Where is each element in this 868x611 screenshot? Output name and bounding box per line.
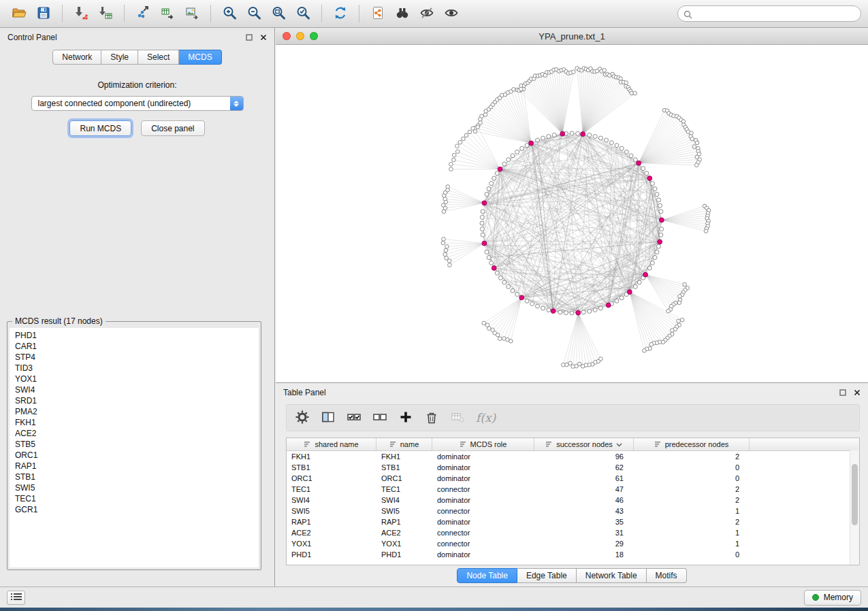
status-bar: Memory — [0, 587, 868, 608]
maximize-window-icon[interactable] — [310, 32, 318, 40]
mcds-result-item[interactable]: SWI5 — [15, 482, 259, 493]
scrollbar-thumb[interactable] — [852, 464, 858, 525]
import-network-button[interactable] — [69, 3, 93, 24]
memory-status-icon — [812, 594, 819, 601]
close-panel-icon[interactable] — [260, 34, 267, 41]
mcds-result-item[interactable]: ORC1 — [15, 450, 259, 461]
float-panel-icon[interactable] — [246, 34, 253, 41]
memory-label: Memory — [824, 593, 853, 602]
cytoscape-app: Control Panel NetworkStyleSelectMCDS Opt… — [0, 0, 868, 611]
network-canvas[interactable] — [276, 45, 868, 382]
tab-network[interactable]: Network — [52, 50, 101, 65]
settings-gear-button[interactable] — [291, 407, 314, 429]
toggle-columns-button[interactable] — [317, 407, 340, 429]
cell-name: ORC1 — [376, 474, 432, 482]
table-row[interactable]: SWI4SWI4dominator462 — [287, 495, 859, 506]
import-table-button[interactable] — [93, 3, 118, 24]
search-box — [677, 5, 861, 22]
tab-edge-table[interactable]: Edge Table — [517, 568, 577, 583]
zoom-out-button[interactable] — [242, 3, 266, 24]
mcds-result-item[interactable]: STP4 — [15, 352, 259, 363]
column-header-shared-name[interactable]: shared name — [287, 438, 376, 450]
tab-select[interactable]: Select — [138, 50, 179, 65]
mcds-result-item[interactable]: TID3 — [15, 363, 259, 374]
mcds-result-item[interactable]: STB1 — [15, 472, 259, 482]
status-list-button[interactable] — [7, 591, 25, 605]
mcds-result-item[interactable]: PMA2 — [15, 406, 259, 417]
eye-slash-button[interactable] — [415, 3, 439, 24]
table-row[interactable]: PHD1PHD1dominator180 — [287, 549, 859, 560]
eye-button[interactable] — [439, 3, 464, 24]
tab-node-table[interactable]: Node Table — [457, 568, 517, 583]
mcds-result-item[interactable]: STB5 — [15, 439, 259, 450]
refresh-network-button[interactable] — [328, 3, 353, 24]
minimize-window-icon[interactable] — [296, 32, 304, 40]
add-row-button[interactable] — [394, 407, 417, 429]
cell-successor-nodes: 47 — [534, 485, 634, 493]
mcds-result-item[interactable]: RAP1 — [15, 461, 259, 472]
zoom-out-icon — [246, 5, 261, 22]
column-label: name — [400, 440, 419, 448]
search-input[interactable] — [677, 5, 861, 22]
control-panel-header: Control Panel — [0, 28, 274, 46]
table-panel: Table Panel f(x) shared namenameMCDS rol… — [276, 382, 868, 587]
table-scrollbar[interactable] — [850, 450, 859, 565]
table-row[interactable]: FKH1FKH1dominator962 — [287, 451, 859, 462]
tab-network-table[interactable]: Network Table — [577, 568, 647, 583]
chevron-down-icon[interactable] — [616, 440, 622, 448]
sort-icon — [304, 440, 311, 449]
mcds-result-item[interactable]: GCR1 — [15, 504, 259, 515]
export-image-button[interactable] — [180, 3, 204, 24]
check-all-button[interactable] — [342, 407, 366, 429]
mcds-result-item[interactable]: SWI4 — [15, 384, 259, 395]
tab-motifs[interactable]: Motifs — [647, 568, 687, 583]
column-header-mcds-role[interactable]: MCDS role — [432, 438, 534, 450]
zoom-selected-button[interactable] — [291, 3, 315, 24]
function-builder-icon[interactable]: f(x) — [476, 411, 496, 425]
column-header-name[interactable]: name — [376, 438, 432, 450]
tab-style[interactable]: Style — [101, 50, 138, 65]
cell-successor-nodes: 46 — [534, 496, 634, 504]
export-table-button[interactable] — [155, 3, 180, 24]
memory-button[interactable]: Memory — [804, 590, 861, 606]
mcds-result-item[interactable]: ACE2 — [15, 428, 259, 439]
run-mcds-button[interactable]: Run MCDS — [69, 120, 131, 136]
cell-successor-nodes: 61 — [534, 474, 634, 482]
close-table-panel-icon[interactable] — [854, 389, 861, 396]
mcds-result-item[interactable]: FKH1 — [15, 417, 259, 428]
criterion-select[interactable]: largest connected component (undirected) — [31, 96, 244, 111]
table-row[interactable]: YOX1YOX1connector291 — [287, 538, 859, 549]
mcds-result-item[interactable]: SRD1 — [15, 395, 259, 406]
column-header-successor-nodes[interactable]: successor nodes — [534, 438, 634, 450]
toolbar-separator — [124, 5, 125, 22]
table-row[interactable]: TEC1TEC1connector472 — [287, 484, 859, 495]
table-row[interactable]: RAP1RAP1dominator352 — [287, 516, 859, 527]
table-row[interactable]: ACE2ACE2connector311 — [287, 527, 859, 538]
network-graph[interactable] — [276, 45, 868, 382]
mcds-result-list[interactable]: PHD1CAR1STP4TID3YOX1SWI4SRD1PMA2FKH1ACE2… — [10, 328, 259, 567]
zoom-fit-button[interactable] — [266, 3, 291, 24]
column-header-predecessor-nodes[interactable]: predecessor nodes — [634, 438, 750, 450]
open-file-button[interactable] — [7, 3, 31, 24]
cell-shared-name: TEC1 — [287, 485, 376, 493]
close-panel-button[interactable]: Close panel — [141, 120, 204, 136]
tab-mcds[interactable]: MCDS — [179, 50, 221, 65]
mcds-result-item[interactable]: CAR1 — [15, 341, 259, 352]
table-row[interactable]: STB1STB1dominator620 — [287, 462, 859, 473]
table-row[interactable]: SWI5SWI5connector431 — [287, 506, 859, 516]
mcds-result-item[interactable]: YOX1 — [15, 374, 259, 384]
mcds-result-item[interactable]: TEC1 — [15, 493, 259, 504]
save-session-button[interactable] — [31, 3, 56, 24]
export-network-button[interactable] — [131, 3, 155, 24]
table-row[interactable]: ORC1ORC1dominator610 — [287, 473, 859, 484]
mcds-result-item[interactable]: PHD1 — [15, 330, 259, 341]
zoom-in-button[interactable] — [217, 3, 242, 24]
document-share-button[interactable] — [366, 3, 390, 24]
delete-row-button[interactable] — [420, 407, 443, 429]
close-window-icon[interactable] — [283, 32, 291, 40]
uncheck-all-button[interactable] — [368, 407, 391, 429]
cell-shared-name: ORC1 — [287, 474, 376, 482]
float-table-panel-icon[interactable] — [839, 389, 846, 396]
cell-predecessor-nodes: 0 — [634, 474, 750, 482]
binoculars-button[interactable] — [390, 3, 415, 24]
